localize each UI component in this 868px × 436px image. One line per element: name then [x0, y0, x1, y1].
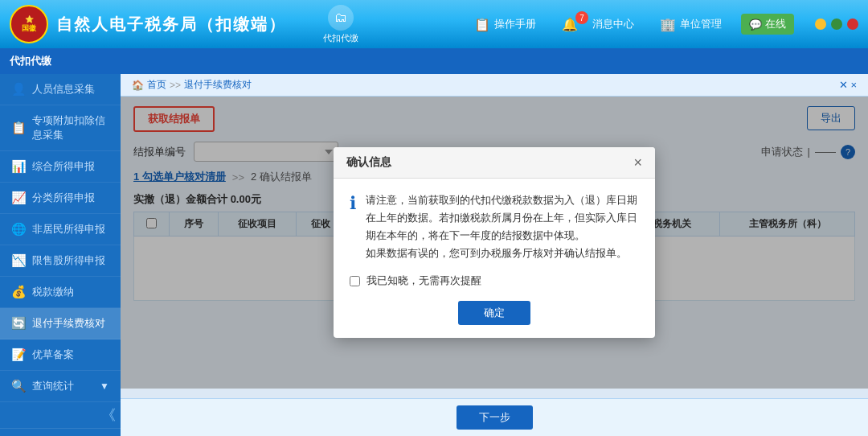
sidebar-item-refund-check[interactable]: 🔄 退付手续费核对: [0, 308, 121, 339]
sidebar-item-comprehensive[interactable]: 📊 综合所得申报: [0, 151, 121, 183]
message-badge: 7: [575, 11, 588, 24]
messages-button[interactable]: 🔔 7 消息中心: [555, 14, 641, 35]
unit-icon: 🏢: [660, 17, 676, 32]
window-controls: [815, 19, 858, 30]
sidebar-tax-payment-label: 税款缴纳: [32, 285, 74, 299]
chat-icon: 💬: [749, 19, 762, 31]
minimize-button[interactable]: [815, 19, 826, 30]
horizontal-scrollbar[interactable]: [121, 389, 868, 398]
sidebar-comprehensive-label: 综合所得申报: [32, 159, 95, 174]
breadcrumb-current: 退付手续费核对: [184, 78, 252, 92]
content-area: 🏠 首页 >> 退付手续费核对 ✕ × 获取结报单 导出 结报单编号 申请状态 …: [121, 74, 868, 436]
sidebar-limited-label: 限售股所得申报: [32, 253, 105, 268]
sub-bar-label: 代扣代缴: [10, 54, 51, 68]
online-button[interactable]: 💬 在线: [741, 14, 794, 35]
info-icon: ℹ: [350, 193, 356, 214]
modal-dialog: 确认信息 × ℹ 请注意，当前获取到的代扣代缴税款数据为入（退）库日期在上年的数…: [334, 147, 655, 338]
manual-button[interactable]: 📋 操作手册: [468, 14, 542, 35]
globe-icon: 🌐: [11, 222, 26, 237]
app-logo: ⭐国徽: [10, 5, 48, 43]
breadcrumb-sep1: >>: [170, 80, 181, 91]
sidebar-refund-check-label: 退付手续费核对: [32, 316, 105, 331]
next-button[interactable]: 下一步: [457, 405, 533, 430]
line-chart-icon: 📈: [11, 191, 26, 205]
close-button[interactable]: [847, 19, 858, 30]
sidebar-item-limited[interactable]: 📉 限售股所得申报: [0, 245, 121, 277]
breadcrumb-home[interactable]: 首页: [147, 78, 166, 92]
sidebar-personnel-label: 人员信息采集: [32, 82, 95, 97]
modal-header: 确认信息 ×: [334, 147, 655, 179]
modal-close-button[interactable]: ×: [633, 155, 642, 170]
right-buttons: 📋 操作手册 🔔 7 消息中心 🏢 单位管理 💬 在线: [468, 14, 858, 35]
search-icon: 🔍: [11, 379, 26, 393]
sidebar-item-personnel[interactable]: 👤 人员信息采集: [0, 74, 121, 105]
modal-title: 确认信息: [346, 155, 391, 170]
dont-remind-checkbox[interactable]: [350, 276, 360, 286]
maximize-button[interactable]: [831, 19, 842, 30]
sidebar-item-query-stats[interactable]: 🔍 查询统计 ▼: [0, 371, 121, 402]
unit-label: 单位管理: [680, 17, 722, 31]
breadcrumb: 🏠 首页 >> 退付手续费核对 ✕ ×: [121, 74, 868, 97]
unit-button[interactable]: 🏢 单位管理: [653, 14, 728, 35]
bottom-nav: 下一步: [121, 398, 868, 436]
modal-overlay: 确认信息 × ℹ 请注意，当前获取到的代扣代缴税款数据为入（退）库日期在上年的数…: [121, 97, 868, 389]
sidebar-query-stats-label: 查询统计: [32, 379, 74, 393]
sub-bar: 代扣代缴: [0, 48, 868, 74]
sidebar-nonresident-label: 非居民所得申报: [32, 222, 105, 237]
clip-icon: 📋: [11, 121, 26, 135]
sidebar: 👤 人员信息采集 📋 专项附加扣除信息采集 📊 综合所得申报 📈 分类所得申报 …: [0, 74, 121, 436]
modal-body: ℹ 请注意，当前获取到的代扣代缴税款数据为入（退）库日期在上年的数据。若扣缴税款…: [334, 179, 655, 338]
sidebar-toggle[interactable]: 《: [0, 402, 121, 428]
doc-icon: 📝: [11, 348, 26, 362]
chevron-down-icon: ▼: [100, 380, 109, 392]
title-bar: ⭐国徽 自然人电子税务局（扣缴端） 🗂 代扣代缴 📋 操作手册 🔔 7 消息中心…: [0, 0, 868, 48]
manual-icon: 📋: [474, 17, 490, 32]
sidebar-classified-label: 分类所得申报: [32, 191, 95, 205]
down-chart-icon: 📉: [11, 253, 26, 268]
window-close-btn[interactable]: ✕ ×: [839, 79, 857, 91]
modal-footer: 确定: [350, 301, 639, 325]
sidebar-item-tax-payment[interactable]: 💰 税款缴纳: [0, 277, 121, 308]
modal-info-row: ℹ 请注意，当前获取到的代扣代缴税款数据为入（退）库日期在上年的数据。若扣缴税款…: [350, 191, 639, 262]
refresh-icon: 🔄: [11, 316, 26, 331]
chart-icon: 📊: [11, 159, 26, 174]
content-body: 获取结报单 导出 结报单编号 申请状态 | —— ? 1 勾选单户核对清册 >: [121, 97, 868, 389]
breadcrumb-home-icon: 🏠: [132, 80, 144, 91]
sidebar-item-classified[interactable]: 📈 分类所得申报: [0, 183, 121, 214]
modal-info-text: 请注意，当前获取到的代扣代缴税款数据为入（退）库日期在上年的数据。若扣缴税款所属…: [366, 191, 639, 262]
person-icon: 👤: [11, 82, 26, 97]
sidebar-special-label: 专项附加扣除信息采集: [32, 113, 109, 142]
main-layout: 👤 人员信息采集 📋 专项附加扣除信息采集 📊 综合所得申报 📈 分类所得申报 …: [0, 74, 868, 436]
sidebar-item-special[interactable]: 📋 专项附加扣除信息采集: [0, 105, 121, 151]
nav-icon-symbol: 🗂: [328, 5, 354, 31]
sidebar-item-excellent-filing[interactable]: 📝 优草备案: [0, 339, 121, 371]
modal-checkbox-row: 我已知晓，无需再次提醒: [350, 274, 639, 288]
sidebar-item-nonresident[interactable]: 🌐 非居民所得申报: [0, 214, 121, 245]
confirm-button[interactable]: 确定: [458, 301, 530, 325]
nav-icon-daikoudaikuan[interactable]: 🗂 代扣代缴: [323, 5, 358, 44]
manual-label: 操作手册: [494, 17, 536, 31]
app-title: 自然人电子税务局（扣缴端）: [56, 14, 286, 35]
online-label: 在线: [765, 17, 786, 31]
collapse-icon: 《: [101, 405, 116, 425]
messages-label: 消息中心: [592, 17, 634, 31]
sidebar-footer: 🎧 纳税服务热线 12366: [0, 428, 121, 436]
sidebar-excellent-filing-label: 优草备案: [32, 348, 74, 362]
money-icon: 💰: [11, 285, 26, 299]
nav-icon-label: 代扣代缴: [323, 32, 358, 44]
dont-remind-label[interactable]: 我已知晓，无需再次提醒: [366, 274, 481, 288]
